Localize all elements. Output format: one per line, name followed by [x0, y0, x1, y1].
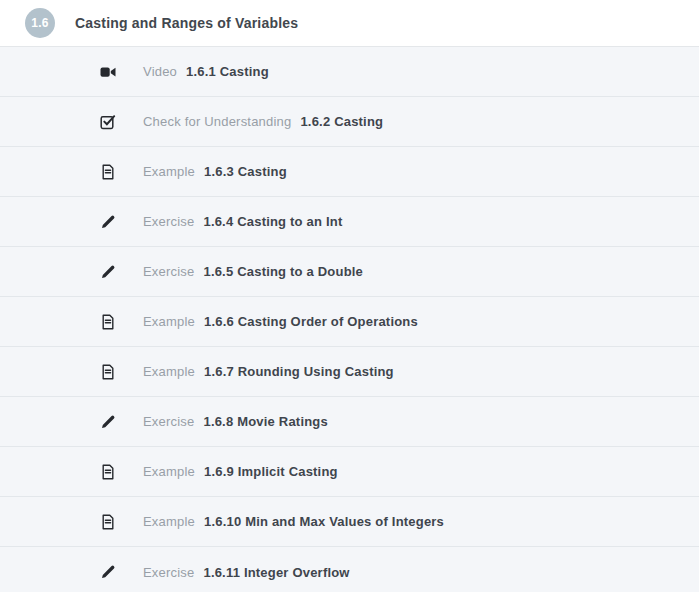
- lesson-item-row[interactable]: Example 1.6.7 Rounding Using Casting: [0, 347, 699, 397]
- lesson-item-row[interactable]: Check for Understanding 1.6.2 Casting: [0, 97, 699, 147]
- item-title-link[interactable]: 1.6.2 Casting: [300, 114, 383, 129]
- section-number-badge: 1.6: [25, 8, 55, 38]
- lesson-item-row[interactable]: Exercise 1.6.8 Movie Ratings: [0, 397, 699, 447]
- lesson-item-row[interactable]: Example 1.6.6 Casting Order of Operation…: [0, 297, 699, 347]
- item-title-link[interactable]: 1.6.8 Movie Ratings: [203, 414, 327, 429]
- item-title-link[interactable]: 1.6.10 Min and Max Values of Integers: [204, 514, 444, 529]
- pencil-icon: [100, 214, 116, 230]
- pencil-icon: [100, 564, 116, 580]
- document-icon: [100, 464, 116, 480]
- item-type-label: Exercise: [143, 264, 194, 279]
- item-type-label: Exercise: [143, 565, 194, 580]
- item-title-link[interactable]: 1.6.3 Casting: [204, 164, 287, 179]
- lesson-item-row[interactable]: Exercise 1.6.11 Integer Overflow: [0, 547, 699, 592]
- item-title-link[interactable]: 1.6.1 Casting: [186, 64, 269, 79]
- document-icon: [100, 364, 116, 380]
- item-type-label: Example: [143, 514, 195, 529]
- pencil-icon: [100, 264, 116, 280]
- item-type-label: Example: [143, 314, 195, 329]
- section-header: 1.6 Casting and Ranges of Variables: [0, 0, 699, 47]
- lesson-item-row[interactable]: Example 1.6.3 Casting: [0, 147, 699, 197]
- document-icon: [100, 514, 116, 530]
- video-icon: [100, 64, 116, 80]
- lesson-items-list: Video 1.6.1 Casting Check for Understand…: [0, 47, 699, 592]
- lesson-item-row[interactable]: Video 1.6.1 Casting: [0, 47, 699, 97]
- item-title-link[interactable]: 1.6.9 Implicit Casting: [204, 464, 338, 479]
- item-type-label: Example: [143, 164, 195, 179]
- checkbox-check-icon: [100, 114, 116, 130]
- lesson-item-row[interactable]: Exercise 1.6.4 Casting to an Int: [0, 197, 699, 247]
- item-title-link[interactable]: 1.6.6 Casting Order of Operations: [204, 314, 418, 329]
- pencil-icon: [100, 414, 116, 430]
- item-title-link[interactable]: 1.6.11 Integer Overflow: [203, 565, 349, 580]
- curriculum-section: 1.6 Casting and Ranges of Variables Vide…: [0, 0, 699, 592]
- section-title: Casting and Ranges of Variables: [75, 15, 298, 31]
- item-type-label: Video: [143, 64, 177, 79]
- item-title-link[interactable]: 1.6.4 Casting to an Int: [203, 214, 342, 229]
- item-type-label: Example: [143, 364, 195, 379]
- lesson-item-row[interactable]: Example 1.6.9 Implicit Casting: [0, 447, 699, 497]
- item-type-label: Example: [143, 464, 195, 479]
- item-type-label: Exercise: [143, 414, 194, 429]
- item-type-label: Check for Understanding: [143, 114, 291, 129]
- item-title-link[interactable]: 1.6.5 Casting to a Double: [203, 264, 363, 279]
- document-icon: [100, 314, 116, 330]
- document-icon: [100, 164, 116, 180]
- item-title-link[interactable]: 1.6.7 Rounding Using Casting: [204, 364, 394, 379]
- lesson-item-row[interactable]: Exercise 1.6.5 Casting to a Double: [0, 247, 699, 297]
- lesson-item-row[interactable]: Example 1.6.10 Min and Max Values of Int…: [0, 497, 699, 547]
- item-type-label: Exercise: [143, 214, 194, 229]
